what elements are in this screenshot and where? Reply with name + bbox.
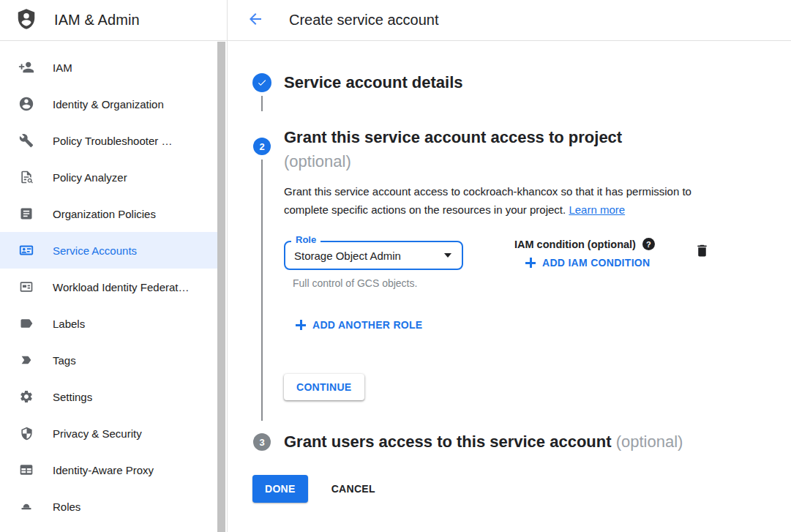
role-field-label: Role xyxy=(291,234,320,245)
roles-hat-icon xyxy=(18,498,35,515)
page-title: Create service account xyxy=(289,12,439,29)
step-3-optional-label: (optional) xyxy=(616,432,683,451)
step-2-title: Grant this service account access to pro… xyxy=(284,125,717,173)
product-title: IAM & Admin xyxy=(54,12,140,29)
label-icon xyxy=(18,315,35,332)
role-selected-value: Storage Object Admin xyxy=(294,250,401,262)
wrench-icon xyxy=(18,132,35,149)
delete-role-button[interactable] xyxy=(694,242,710,261)
step-2-description: Grant this service account access to coc… xyxy=(284,182,717,219)
person-add-icon xyxy=(18,59,35,76)
help-icon[interactable]: ? xyxy=(642,238,655,250)
product-header: IAM & Admin xyxy=(0,0,228,40)
step-1-service-account-details: Service account details xyxy=(252,73,791,111)
sidebar-item-organization-policies[interactable]: Organization Policies xyxy=(0,195,217,232)
sidebar-item-iam[interactable]: IAM xyxy=(0,49,217,86)
scrollbar-thumb[interactable] xyxy=(217,42,225,532)
role-field-group: Role Storage Object Admin Full control o… xyxy=(284,235,463,289)
step-2-optional-label: (optional) xyxy=(284,152,351,171)
sidebar-item-service-accounts[interactable]: Service Accounts xyxy=(0,232,217,269)
sidebar-item-identity-aware-proxy[interactable]: Identity-Aware Proxy xyxy=(0,452,217,488)
shield-icon xyxy=(18,424,35,442)
done-button[interactable]: DONE xyxy=(252,475,308,503)
identity-icon xyxy=(18,95,35,113)
trash-icon xyxy=(694,250,710,261)
dropdown-caret-icon xyxy=(444,253,451,258)
iam-admin-shield-logo-icon xyxy=(15,7,37,34)
back-button[interactable] xyxy=(246,11,265,30)
iam-condition-group: IAM condition (optional) ? ADD IAM CONDI… xyxy=(514,238,655,269)
add-iam-condition-button[interactable]: ADD IAM CONDITION xyxy=(514,257,650,269)
cancel-button[interactable]: CANCEL xyxy=(331,483,375,495)
sidebar-item-workload-identity-federation[interactable]: Workload Identity Federat… xyxy=(0,269,217,305)
sidebar-item-policy-analyzer[interactable]: Policy Analyzer xyxy=(0,159,217,195)
form-actions: DONE CANCEL xyxy=(252,475,791,503)
stepper-connector-line xyxy=(261,96,263,111)
sidebar-item-tags[interactable]: Tags xyxy=(0,342,217,378)
sidebar-item-label: Workload Identity Federat… xyxy=(53,281,189,293)
step-2-grant-access: 2 Grant this service account access to p… xyxy=(252,125,791,421)
top-bar: IAM & Admin Create service account xyxy=(0,0,791,41)
sidebar-item-label: Privacy & Security xyxy=(53,427,142,440)
sidebar-item-label: Organization Policies xyxy=(53,208,156,220)
continue-button[interactable]: CONTINUE xyxy=(284,374,364,400)
sidebar-item-settings[interactable]: Settings xyxy=(0,378,217,415)
sidebar-item-label: IAM xyxy=(53,61,72,74)
step-2-number-badge: 2 xyxy=(253,138,271,155)
sidebar-item-labels[interactable]: Labels xyxy=(0,305,217,342)
org-policies-icon xyxy=(18,205,35,222)
sidebar-item-label: Identity & Organization xyxy=(53,98,164,110)
add-icon xyxy=(525,258,536,268)
iam-condition-label: IAM condition (optional) ? xyxy=(514,238,655,250)
gear-icon xyxy=(18,388,35,405)
step-3-title: Grant users access to this service accou… xyxy=(284,430,683,454)
sidebar-item-label: Policy Troubleshooter … xyxy=(53,135,172,147)
step-1-title: Service account details xyxy=(284,73,463,92)
sidebar-item-label: Labels xyxy=(53,318,85,330)
sidebar-item-policy-troubleshooter[interactable]: Policy Troubleshooter … xyxy=(0,122,217,159)
back-arrow-icon xyxy=(247,10,264,30)
sidebar-item-label: Tags xyxy=(53,354,76,367)
role-helper-text: Full control of GCS objects. xyxy=(284,277,463,289)
stepper-connector-line xyxy=(261,160,263,421)
sidebar-item-label: Settings xyxy=(53,391,92,403)
proxy-icon xyxy=(18,461,35,479)
sidebar-item-roles[interactable]: Roles xyxy=(0,488,217,525)
create-service-account-form: Service account details 2 Grant this ser… xyxy=(228,41,791,532)
sidebar-item-label: Roles xyxy=(53,501,80,513)
tag-icon xyxy=(18,351,35,369)
sidebar: IAM Identity & Organization Policy Troub… xyxy=(0,41,228,532)
add-another-role-button[interactable]: ADD ANOTHER ROLE xyxy=(284,319,423,331)
sidebar-item-label: Identity-Aware Proxy xyxy=(53,464,154,476)
sidebar-item-label: Policy Analyzer xyxy=(53,171,127,184)
add-icon xyxy=(296,320,306,330)
sidebar-item-label: Service Accounts xyxy=(53,244,137,257)
workload-identity-icon xyxy=(18,278,35,296)
role-select[interactable]: Storage Object Admin xyxy=(284,241,463,270)
learn-more-link[interactable]: Learn more xyxy=(569,203,625,216)
step-1-completed-check-icon xyxy=(252,73,271,92)
sidebar-scrollbar[interactable] xyxy=(217,42,226,532)
service-accounts-icon xyxy=(18,241,35,259)
sidebar-item-identity-organization[interactable]: Identity & Organization xyxy=(0,86,217,122)
role-row: Role Storage Object Admin Full control o… xyxy=(284,235,717,289)
page-header: Create service account xyxy=(228,0,791,40)
step-3-grant-users-access: 3 Grant users access to this service acc… xyxy=(252,430,791,454)
sidebar-item-privacy-security[interactable]: Privacy & Security xyxy=(0,415,217,452)
policy-analyzer-icon xyxy=(18,168,35,186)
step-3-number-badge: 3 xyxy=(253,433,271,451)
